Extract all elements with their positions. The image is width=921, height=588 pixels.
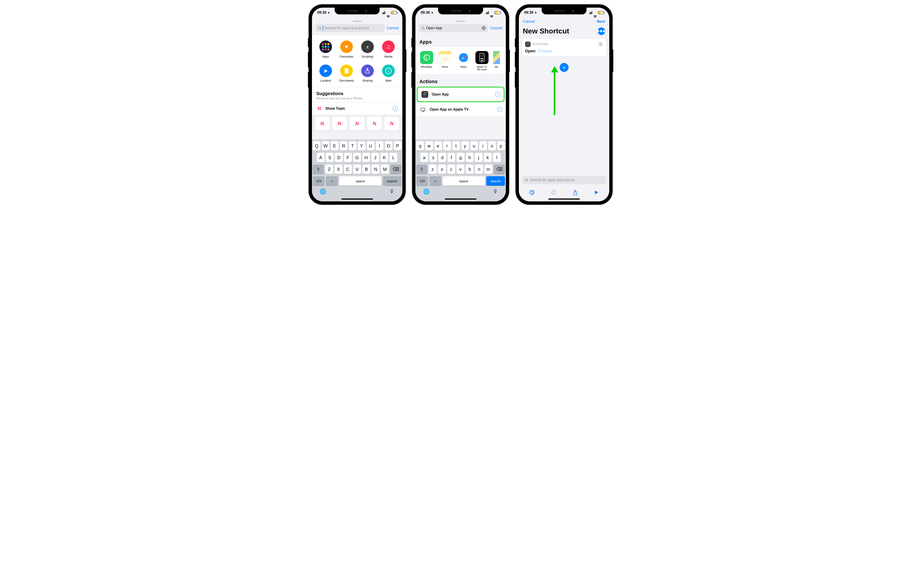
space-key[interactable]: space bbox=[443, 176, 485, 186]
keyboard[interactable]: QWERTYUIOP ASDFGHJKL ⇧ZXCVBNM⌫ 123☺space… bbox=[312, 140, 402, 201]
info-icon[interactable]: i bbox=[393, 106, 398, 111]
key[interactable]: j bbox=[475, 153, 482, 162]
key[interactable]: y bbox=[461, 141, 469, 151]
search-input[interactable] bbox=[325, 26, 382, 30]
key[interactable]: O bbox=[385, 141, 392, 151]
undo-button[interactable] bbox=[529, 190, 535, 195]
search-key[interactable]: search bbox=[383, 176, 402, 186]
category-media[interactable]: ♫ Media bbox=[379, 41, 398, 58]
choose-app-button[interactable]: Choose bbox=[538, 49, 552, 54]
category-web[interactable]: Web bbox=[379, 65, 398, 82]
category-location[interactable]: ➤ Location bbox=[316, 65, 335, 82]
key[interactable]: Q bbox=[313, 141, 321, 151]
suggestion-card[interactable]: N bbox=[350, 117, 364, 130]
space-key[interactable]: space bbox=[339, 176, 381, 186]
category-apps[interactable]: Apps bbox=[316, 41, 335, 58]
cancel-button[interactable]: Cancel bbox=[490, 26, 502, 30]
emoji-key[interactable]: ☺ bbox=[326, 176, 338, 186]
globe-icon[interactable]: 🌐 bbox=[320, 188, 326, 195]
globe-icon[interactable]: 🌐 bbox=[423, 188, 430, 195]
key[interactable]: h bbox=[466, 153, 474, 162]
key[interactable]: F bbox=[344, 153, 352, 162]
key[interactable]: l bbox=[493, 153, 501, 162]
dictation-icon[interactable]: 🎙 bbox=[493, 188, 498, 195]
key[interactable]: S bbox=[326, 153, 334, 162]
sheet-grabber[interactable] bbox=[456, 21, 465, 22]
key[interactable]: x bbox=[438, 164, 446, 174]
action-open-app[interactable]: Open App i bbox=[417, 87, 504, 102]
key[interactable]: d bbox=[438, 153, 446, 162]
backspace-key[interactable]: ⌫ bbox=[494, 164, 505, 174]
key[interactable]: J bbox=[371, 153, 379, 162]
key[interactable]: K bbox=[381, 153, 388, 162]
app-apple-tv-remote[interactable]: Apple TV Re-mote bbox=[475, 51, 489, 71]
key[interactable]: b bbox=[466, 164, 474, 174]
app-maps[interactable]: Ma bbox=[493, 51, 500, 71]
action-open-app-apple-tv[interactable]: Open App on Apple TV i bbox=[415, 102, 506, 117]
key[interactable]: H bbox=[362, 153, 370, 162]
key[interactable]: c bbox=[447, 164, 455, 174]
app-whatsapp[interactable]: WhatsApp bbox=[420, 51, 434, 71]
key[interactable]: N bbox=[371, 164, 379, 174]
search-field[interactable]: ✕ bbox=[419, 24, 488, 32]
key[interactable]: n bbox=[475, 164, 483, 174]
next-button[interactable]: Next bbox=[597, 19, 605, 24]
search-input[interactable] bbox=[426, 26, 480, 30]
category-scripting[interactable]: x Scripting bbox=[358, 41, 377, 58]
shift-key[interactable]: ⇧ bbox=[416, 164, 427, 174]
key[interactable]: V bbox=[353, 164, 361, 174]
suggestion-show-topic[interactable]: N Show Topic i bbox=[312, 102, 402, 115]
numeric-key[interactable]: 123 bbox=[313, 176, 325, 186]
key[interactable]: m bbox=[485, 164, 492, 174]
add-action-button[interactable]: ＋ bbox=[560, 63, 569, 72]
search-field[interactable]: Search for apps and actions bbox=[522, 176, 606, 184]
key[interactable]: W bbox=[322, 141, 329, 151]
key[interactable]: Z bbox=[325, 164, 333, 174]
sheet-grabber[interactable] bbox=[353, 21, 362, 22]
cancel-button[interactable]: Cancel bbox=[523, 19, 535, 24]
info-icon[interactable]: i bbox=[495, 92, 500, 97]
run-button[interactable] bbox=[594, 190, 599, 195]
key[interactable]: B bbox=[362, 164, 370, 174]
keyboard[interactable]: qwertyuiop asdfghjkl ⇧zxcvbnm⌫ 123☺space… bbox=[415, 140, 506, 201]
key[interactable]: G bbox=[353, 153, 361, 162]
key[interactable]: z bbox=[429, 164, 436, 174]
key[interactable]: q bbox=[416, 141, 424, 151]
suggestion-card[interactable]: N bbox=[332, 117, 347, 130]
key[interactable]: v bbox=[457, 164, 464, 174]
key[interactable]: D bbox=[335, 153, 343, 162]
key[interactable]: L bbox=[389, 153, 397, 162]
search-key[interactable]: search bbox=[486, 176, 505, 186]
key[interactable]: i bbox=[479, 141, 487, 151]
category-sharing[interactable]: Sharing bbox=[358, 65, 377, 82]
key[interactable]: P bbox=[394, 141, 402, 151]
home-indicator[interactable] bbox=[342, 198, 373, 200]
numeric-key[interactable]: 123 bbox=[416, 176, 428, 186]
search-field[interactable] bbox=[316, 24, 385, 32]
category-documents[interactable]: Documents bbox=[337, 65, 356, 82]
key[interactable]: A bbox=[317, 153, 325, 162]
key[interactable]: r bbox=[443, 141, 451, 151]
cancel-button[interactable]: Cancel bbox=[387, 26, 399, 30]
share-button[interactable] bbox=[573, 189, 578, 195]
emoji-key[interactable]: ☺ bbox=[430, 176, 441, 186]
remove-action-icon[interactable]: ✕ bbox=[598, 42, 603, 47]
key[interactable]: a bbox=[420, 153, 428, 162]
key[interactable]: Y bbox=[358, 141, 366, 151]
key[interactable]: t bbox=[452, 141, 460, 151]
app-notes[interactable]: Notes bbox=[438, 51, 452, 71]
key[interactable]: o bbox=[488, 141, 496, 151]
key[interactable]: s bbox=[430, 153, 437, 162]
key[interactable]: E bbox=[331, 141, 338, 151]
key[interactable]: g bbox=[457, 153, 464, 162]
key[interactable]: e bbox=[434, 141, 442, 151]
suggestion-card[interactable]: N bbox=[384, 117, 399, 130]
backspace-key[interactable]: ⌫ bbox=[390, 164, 401, 174]
key[interactable]: I bbox=[376, 141, 384, 151]
key[interactable]: w bbox=[425, 141, 433, 151]
key[interactable]: R bbox=[340, 141, 348, 151]
key[interactable]: p bbox=[497, 141, 505, 151]
key[interactable]: C bbox=[344, 164, 352, 174]
app-safari[interactable]: Safari bbox=[456, 51, 471, 71]
key[interactable]: T bbox=[349, 141, 356, 151]
